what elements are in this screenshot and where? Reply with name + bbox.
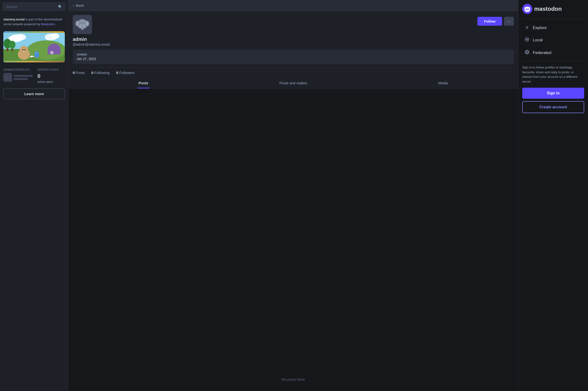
svg-point-16 [22,49,23,50]
follow-button[interactable]: Follow [477,17,502,26]
svg-point-11 [9,41,15,49]
following-stat[interactable]: 0 Following [91,71,110,75]
profile-actions: Follow ··· [477,15,514,26]
svg-rect-26 [48,49,61,54]
svg-point-40 [526,8,527,9]
administered-by-label: ADMINISTERED BY: [3,68,33,71]
stats-section: SERVER STATS: 0 active users [37,68,60,84]
mastodon-logo-icon [522,4,532,14]
no-posts-message: No posts here! [282,377,305,381]
posts-area: No posts here! [69,89,518,391]
tab-posts[interactable]: Posts [69,78,219,88]
server-stats-label: SERVER STATS: [37,68,60,71]
explore-label: Explore [533,25,547,30]
mastodon-elephant-logo [523,5,531,13]
profile-name: admin [73,36,514,42]
profile-header: Follow ··· admin @admin@stammy.social JO… [69,11,518,78]
profile-tabs: Posts Posts and replies Media [69,78,518,89]
admin-avatar [3,73,12,82]
nav-explore[interactable]: # Explore [522,22,584,34]
posts-count: 0 [73,71,75,75]
mastodon-link[interactable]: Mastodon [41,22,55,26]
profile-handle: @admin@stammy.social [73,42,514,46]
local-label: Local [533,38,543,42]
active-users-label: active users [37,80,60,84]
joined-date: Jan 27, 2023 [76,57,510,61]
posts-label: Posts [75,71,85,75]
svg-point-34 [83,25,85,27]
following-label: Following [94,71,109,75]
following-count: 0 [91,71,93,75]
sidebar-info: stammy.social is part of the decentraliz… [0,13,68,30]
admin-section: ADMINISTERED BY: [3,68,33,82]
learn-more-button[interactable]: Learn more [3,88,65,99]
search-input[interactable] [6,4,58,9]
active-users-count: 0 [37,73,60,79]
svg-point-5 [51,33,60,39]
left-sidebar: 🔍 stammy.social is part of the decentral… [0,0,69,391]
sign-in-button[interactable]: Sign in [522,88,584,99]
search-bar: 🔍 [3,2,65,11]
admin-name-bars [13,75,33,80]
svg-point-13 [19,46,28,55]
svg-point-18 [23,50,25,51]
svg-point-43 [526,39,527,40]
admin-avatar-row [3,73,33,82]
back-bar[interactable]: ‹ Back [69,0,518,11]
svg-point-17 [24,49,25,50]
search-icon: 🔍 [58,5,62,9]
local-icon [524,37,530,43]
site-name: stammy.social [3,17,25,21]
mastodon-logo-text: mastodon [534,5,562,12]
svg-point-31 [76,21,79,26]
nav-local[interactable]: Local [522,34,584,46]
name-bar-long [13,75,33,77]
tab-media[interactable]: Media [368,78,518,88]
joined-box: JOINED Jan 27, 2023 [73,50,514,64]
more-options-button[interactable]: ··· [504,17,514,26]
followers-label: Followers [119,71,135,75]
profile-stats: 0 Posts 0 Following 0 Followers [73,68,514,78]
svg-point-27 [50,51,54,54]
elephant-avatar-icon [75,17,89,32]
posts-stat: 0 Posts [73,71,85,75]
svg-point-41 [528,8,529,9]
back-label: Back [76,3,84,7]
nav-divider [522,61,584,61]
federated-label: Federated [533,50,552,55]
server-artwork [3,31,65,62]
main-content: ‹ Back [69,0,518,391]
svg-point-44 [527,40,528,40]
create-account-button[interactable]: Create account [522,101,584,113]
back-arrow-icon: ‹ [73,3,74,7]
followers-count: 0 [116,71,118,75]
profile-top: Follow ··· [73,11,514,34]
explore-icon: # [524,25,530,30]
name-bar-short [13,78,28,80]
server-stats: ADMINISTERED BY: SERVER STATS: 0 active … [0,66,68,86]
profile-avatar [73,15,92,34]
server-image [3,31,65,62]
svg-point-23 [36,53,36,53]
svg-point-33 [80,25,81,27]
nav-federated[interactable]: Federated [522,46,584,59]
logo-divider [522,19,584,19]
mastodon-logo: mastodon [522,0,584,18]
federated-icon [524,50,530,56]
sign-in-description: Sign in to follow profiles or hashtags, … [522,65,584,84]
right-sidebar: mastodon # Explore Local [518,0,588,391]
followers-stat[interactable]: 0 Followers [116,71,135,75]
joined-label: JOINED [76,53,510,56]
tab-posts-replies[interactable]: Posts and replies [219,78,368,88]
svg-point-32 [86,21,88,26]
